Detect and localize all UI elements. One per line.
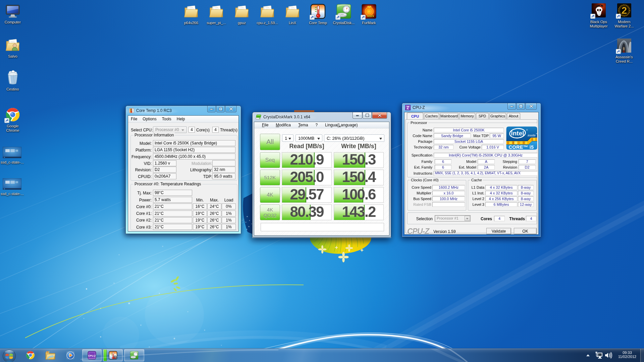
svg-text:CORE™ i5: CORE™ i5 [509,144,534,150]
svg-text:™: ™ [536,133,537,135]
svg-text:intel: intel [511,130,524,137]
svg-text:Z: Z [407,106,409,110]
svg-text:inside: inside [528,134,536,137]
svg-text:®: ® [526,129,528,131]
svg-text:CPU-Z: CPU-Z [88,354,96,357]
